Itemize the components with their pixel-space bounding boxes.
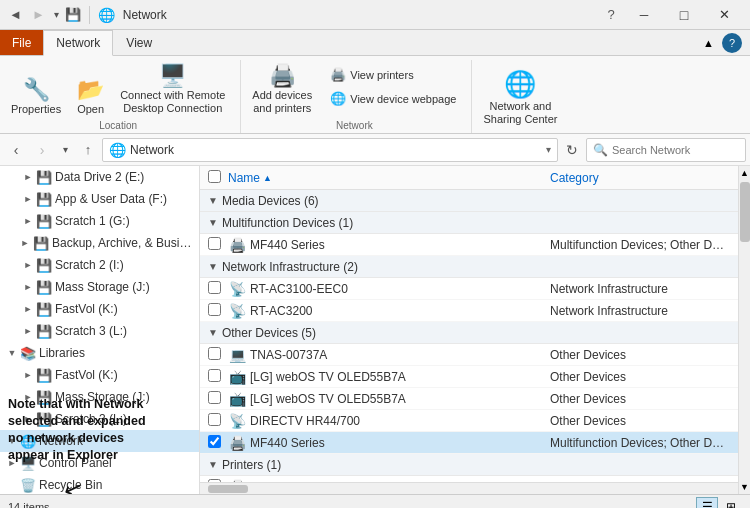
refresh-button[interactable]: ↻ bbox=[560, 138, 584, 162]
name-sort-arrow: ▲ bbox=[263, 173, 272, 183]
group-media-devices[interactable]: ▼ Media Devices (6) bbox=[200, 190, 738, 212]
network-sharing-icon: 🌐 bbox=[504, 69, 536, 100]
tab-network[interactable]: Network bbox=[43, 30, 113, 56]
row-checkbox[interactable] bbox=[208, 369, 221, 382]
row-mf440[interactable]: 🖨️ MF440 Series Multifunction Devices; O… bbox=[200, 234, 738, 256]
content-panel: Name ▲ Category ▼ Media Devices (6) ▼ Mu… bbox=[200, 166, 738, 494]
ribbon-help-icon[interactable]: ? bbox=[722, 33, 742, 53]
sidebar-item-data-drive2[interactable]: ► 💾 Data Drive 2 (E:) bbox=[0, 166, 199, 188]
drive-icon: 💾 bbox=[36, 412, 52, 427]
back-button[interactable]: ‹ bbox=[4, 138, 28, 162]
row-mf440-selected[interactable]: 🖨️ MF440 Series Multifunction Devices; O… bbox=[200, 432, 738, 454]
separator bbox=[89, 6, 90, 24]
sidebar-item-scratch3[interactable]: ► 💾 Scratch 3 (L:) bbox=[0, 320, 199, 342]
maximize-button[interactable]: □ bbox=[664, 0, 704, 30]
row-tnas[interactable]: 💻 TNAS-00737A Other Devices bbox=[200, 344, 738, 366]
row-checkbox[interactable] bbox=[208, 413, 221, 426]
view-printers-button[interactable]: 🖨️ View printers bbox=[323, 64, 463, 85]
view-device-webpage-button[interactable]: 🌐 View device webpage bbox=[323, 88, 463, 109]
search-input[interactable] bbox=[612, 144, 739, 156]
row-name: RT-AC3200 bbox=[250, 304, 550, 318]
sidebar-item-mass-j2[interactable]: ► 💾 Mass Storage (J:) bbox=[0, 386, 199, 408]
status-count: 14 items bbox=[8, 501, 50, 508]
v-scrollbar-thumb[interactable] bbox=[740, 182, 750, 242]
row-checkbox[interactable] bbox=[208, 435, 221, 448]
expander-icon: ► bbox=[20, 213, 36, 229]
expander-icon: ▼ bbox=[4, 345, 20, 361]
sidebar-item-backup[interactable]: ► 💾 Backup, Archive, & Business (H:) bbox=[0, 232, 199, 254]
properties-button[interactable]: 🔧 Properties bbox=[4, 74, 68, 118]
category-column-header[interactable]: Category bbox=[550, 171, 730, 185]
sidebar-item-app-data[interactable]: ► 💾 App & User Data (F:) bbox=[0, 188, 199, 210]
vertical-scrollbar[interactable]: ▲ ▼ bbox=[738, 166, 750, 494]
view-device-webpage-icon: 🌐 bbox=[330, 91, 346, 106]
sidebar-item-recycle-bin[interactable]: 🗑️ Recycle Bin bbox=[0, 474, 199, 494]
horizontal-scrollbar[interactable] bbox=[200, 482, 738, 494]
dropdown-qa-icon[interactable]: ▾ bbox=[52, 7, 61, 22]
control-icon: 🖥️ bbox=[20, 456, 36, 471]
select-all-checkbox[interactable] bbox=[208, 170, 221, 183]
details-view-button[interactable]: ☰ bbox=[696, 497, 718, 508]
group-multifunction-devices[interactable]: ▼ Multifunction Devices (1) bbox=[200, 212, 738, 234]
search-box[interactable]: 🔍 bbox=[586, 138, 746, 162]
forward-qa-icon[interactable]: ► bbox=[29, 5, 48, 24]
add-devices-button[interactable]: 🖨️ Add devicesand printers bbox=[245, 60, 319, 118]
row-checkbox[interactable] bbox=[208, 281, 221, 294]
group-network-infrastructure[interactable]: ▼ Network Infrastructure (2) bbox=[200, 256, 738, 278]
row-checkbox[interactable] bbox=[208, 391, 221, 404]
network-sharing-button[interactable]: 🌐 Network andSharing Center bbox=[476, 66, 564, 129]
row-rt-ac3100[interactable]: 📡 RT-AC3100-EEC0 Network Infrastructure bbox=[200, 278, 738, 300]
name-column-header[interactable]: Name ▲ bbox=[228, 171, 550, 185]
connect-remote-button[interactable]: 🖥️ Connect with RemoteDesktop Connection bbox=[113, 60, 232, 118]
sidebar-item-scratch1[interactable]: ► 💾 Scratch 1 (G:) bbox=[0, 210, 199, 232]
sidebar-item-scratch3-l[interactable]: ► 💾 Scratch 3 (L:) bbox=[0, 408, 199, 430]
sidebar-item-label: Control Panel bbox=[39, 456, 112, 470]
up-button[interactable]: ↑ bbox=[76, 138, 100, 162]
ribbon-collapse-icon[interactable]: ▲ bbox=[699, 35, 718, 51]
mf-icon: 🖨️ bbox=[228, 435, 246, 451]
network-icon: 🌐 bbox=[20, 434, 36, 449]
sidebar-item-fastvol-k2[interactable]: ► 💾 FastVol (K:) bbox=[0, 364, 199, 386]
minimize-button[interactable]: ─ bbox=[624, 0, 664, 30]
row-rt-ac3200[interactable]: 📡 RT-AC3200 Network Infrastructure bbox=[200, 300, 738, 322]
main-area: ► 💾 Data Drive 2 (E:) ► 💾 App & User Dat… bbox=[0, 166, 750, 494]
sidebar-item-network[interactable]: ▼ 🌐 Network bbox=[0, 430, 199, 452]
status-bar: 14 items ☰ ⊞ bbox=[0, 494, 750, 508]
sidebar-item-scratch2[interactable]: ► 💾 Scratch 2 (I:) bbox=[0, 254, 199, 276]
sidebar-item-libraries[interactable]: ▼ 📚 Libraries bbox=[0, 342, 199, 364]
address-path-box[interactable]: 🌐 Network ▾ bbox=[102, 138, 558, 162]
close-button[interactable]: ✕ bbox=[704, 0, 744, 30]
expander-icon: ► bbox=[20, 257, 36, 273]
large-icons-view-button[interactable]: ⊞ bbox=[720, 497, 742, 508]
expander-icon: ► bbox=[20, 411, 36, 427]
sidebar-item-fastvol-k[interactable]: ► 💾 FastVol (K:) bbox=[0, 298, 199, 320]
row-checkbox-area bbox=[208, 369, 228, 385]
group-other-devices[interactable]: ▼ Other Devices (5) bbox=[200, 322, 738, 344]
row-checkbox[interactable] bbox=[208, 303, 221, 316]
row-directv[interactable]: 📡 DIRECTV HR44/700 Other Devices bbox=[200, 410, 738, 432]
open-button[interactable]: 📂 Open bbox=[70, 74, 111, 118]
tab-view[interactable]: View bbox=[113, 30, 165, 55]
library-icon: 📚 bbox=[20, 346, 36, 361]
scroll-down-btn[interactable]: ▼ bbox=[738, 480, 750, 494]
recent-locations-button[interactable]: ▾ bbox=[56, 138, 74, 162]
sidebar-item-control-panel[interactable]: ► 🖥️ Control Panel bbox=[0, 452, 199, 474]
scroll-up-btn[interactable]: ▲ bbox=[738, 166, 750, 180]
save-qa-icon: 💾 bbox=[65, 7, 81, 22]
row-checkbox-area bbox=[208, 347, 228, 363]
sidebar-item-mass-j[interactable]: ► 💾 Mass Storage (J:) bbox=[0, 276, 199, 298]
group-printers[interactable]: ▼ Printers (1) bbox=[200, 454, 738, 476]
expander-icon: ► bbox=[4, 455, 20, 471]
help-button[interactable]: ? bbox=[598, 2, 624, 28]
drive-icon: 💾 bbox=[36, 368, 52, 383]
h-scrollbar-thumb[interactable] bbox=[208, 485, 248, 493]
row-lg-tv1[interactable]: 📺 [LG] webOS TV OLED55B7A Other Devices bbox=[200, 366, 738, 388]
forward-button[interactable]: › bbox=[30, 138, 54, 162]
back-qa-icon[interactable]: ◄ bbox=[6, 5, 25, 24]
row-checkbox[interactable] bbox=[208, 237, 221, 250]
nas-icon: 💻 bbox=[228, 347, 246, 363]
row-lg-tv2[interactable]: 📺 [LG] webOS TV OLED55B7A Other Devices bbox=[200, 388, 738, 410]
tab-file[interactable]: File bbox=[0, 30, 43, 55]
row-checkbox[interactable] bbox=[208, 347, 221, 360]
address-dropdown-icon: ▾ bbox=[546, 144, 551, 155]
